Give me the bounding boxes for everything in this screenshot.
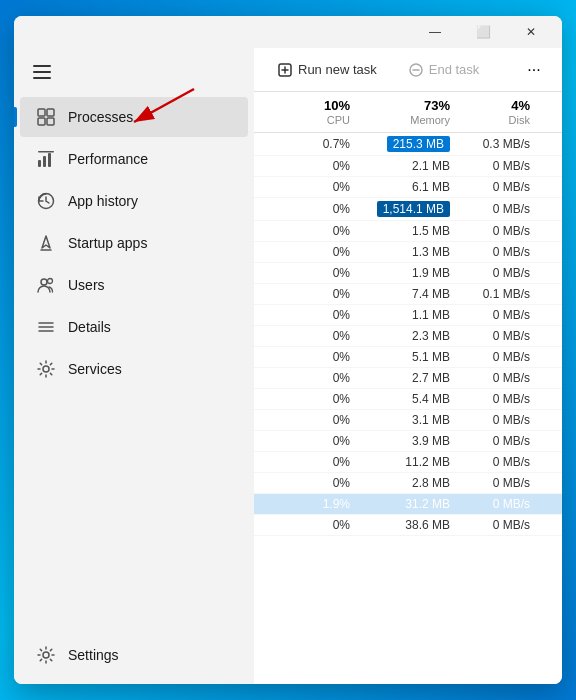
- cell-memory: 1.1 MB: [362, 308, 462, 322]
- table-row[interactable]: 0%2.1 MB0 MB/s0.1 Mbps: [254, 156, 562, 177]
- app-history-icon: [36, 191, 56, 211]
- svg-rect-2: [38, 109, 45, 116]
- cell-network: 0 Mbps: [542, 371, 562, 385]
- cell-network: 0 Mbps: [542, 434, 562, 448]
- sidebar-item-startup-apps[interactable]: Startup apps: [20, 223, 248, 263]
- sidebar-item-users[interactable]: Users: [20, 265, 248, 305]
- cell-network: 0 Mbps: [542, 308, 562, 322]
- cell-disk: 0 MB/s: [462, 266, 542, 280]
- table-row[interactable]: 0%2.7 MB0 MB/s0 Mbps: [254, 368, 562, 389]
- end-task-button[interactable]: End task: [397, 56, 492, 83]
- sidebar-item-services[interactable]: Services: [20, 349, 248, 389]
- cell-cpu: 0%: [282, 476, 362, 490]
- table-row[interactable]: 0%1.3 MB0 MB/s0 Mbps: [254, 242, 562, 263]
- cell-memory: 1,514.1 MB: [362, 201, 462, 217]
- svg-point-17: [43, 652, 49, 658]
- cell-cpu: 0%: [282, 392, 362, 406]
- col-header-network[interactable]: 0% Network: [538, 98, 562, 126]
- services-icon: [36, 359, 56, 379]
- col-header-name[interactable]: [270, 98, 278, 126]
- table-row[interactable]: 0.7%215.3 MB0.3 MB/s0.1 Mbps: [254, 133, 562, 156]
- cell-memory: 5.4 MB: [362, 392, 462, 406]
- table-row[interactable]: 0%2.3 MB0 MB/s0 Mbps: [254, 326, 562, 347]
- menu-toggle-button[interactable]: [22, 52, 62, 92]
- run-task-icon: [278, 63, 292, 77]
- cell-disk: 0.3 MB/s: [462, 137, 542, 151]
- table-row[interactable]: 1.9%31.2 MB0 MB/s0 Mbps: [254, 494, 562, 515]
- sidebar-item-performance[interactable]: Performance: [20, 139, 248, 179]
- cell-cpu: 0%: [282, 350, 362, 364]
- titlebar: — ⬜ ✕: [14, 16, 562, 48]
- table-row[interactable]: 0%5.4 MB0 MB/s0 Mbps: [254, 389, 562, 410]
- cell-cpu: 1.9%: [282, 497, 362, 511]
- settings-label: Settings: [68, 647, 119, 663]
- table-row[interactable]: 0%38.6 MB0 MB/s0 Mbps: [254, 515, 562, 536]
- table-row[interactable]: 0%1.5 MB0 MB/s0 Mbps: [254, 221, 562, 242]
- cell-network: 0 Mbps: [542, 476, 562, 490]
- cell-memory: 7.4 MB: [362, 287, 462, 301]
- table-row[interactable]: 0%1,514.1 MB0 MB/s0 Mbps: [254, 198, 562, 221]
- cell-network: 0 Mbps: [542, 350, 562, 364]
- main-content: Processes Performance: [14, 48, 562, 684]
- col-header-disk[interactable]: 4% Disk: [458, 98, 538, 126]
- cell-disk: 0 MB/s: [462, 224, 542, 238]
- cell-disk: 0 MB/s: [462, 308, 542, 322]
- sidebar-item-app-history[interactable]: App history: [20, 181, 248, 221]
- cell-disk: 0.1 MB/s: [462, 287, 542, 301]
- performance-label: Performance: [68, 151, 148, 167]
- table-row[interactable]: 0%3.1 MB0 MB/s0 Mbps: [254, 410, 562, 431]
- svg-point-16: [43, 366, 49, 372]
- cell-disk: 0 MB/s: [462, 518, 542, 532]
- cell-cpu: 0%: [282, 455, 362, 469]
- details-icon: [36, 317, 56, 337]
- toolbar: Run new task End task ···: [254, 48, 562, 92]
- hamburger-icon: [33, 65, 51, 79]
- cell-disk: 0 MB/s: [462, 413, 542, 427]
- sidebar: Processes Performance: [14, 48, 254, 684]
- sidebar-item-settings[interactable]: Settings: [20, 635, 248, 675]
- cell-cpu: 0%: [282, 202, 362, 216]
- col-header-cpu[interactable]: 10% CPU: [278, 98, 358, 126]
- cell-memory: 2.8 MB: [362, 476, 462, 490]
- table-row[interactable]: 0%1.1 MB0 MB/s0 Mbps: [254, 305, 562, 326]
- minimize-button[interactable]: —: [412, 16, 458, 48]
- close-button[interactable]: ✕: [508, 16, 554, 48]
- table-row[interactable]: 0%2.8 MB0 MB/s0 Mbps: [254, 473, 562, 494]
- col-header-memory[interactable]: 73% Memory: [358, 98, 458, 126]
- table-header: 10% CPU 73% Memory 4% Disk 0% Network: [254, 92, 562, 133]
- cell-network: 0.1 Mbps: [542, 137, 562, 151]
- cell-cpu: 0%: [282, 224, 362, 238]
- users-label: Users: [68, 277, 105, 293]
- cell-memory: 3.1 MB: [362, 413, 462, 427]
- cell-network: 0 Mbps: [542, 518, 562, 532]
- cell-network: 0 Mbps: [542, 329, 562, 343]
- svg-rect-3: [47, 109, 54, 116]
- cell-cpu: 0%: [282, 413, 362, 427]
- cell-memory: 2.1 MB: [362, 159, 462, 173]
- table-row[interactable]: 0%3.9 MB0 MB/s0 Mbps: [254, 431, 562, 452]
- maximize-button[interactable]: ⬜: [460, 16, 506, 48]
- cell-disk: 0 MB/s: [462, 350, 542, 364]
- table-row[interactable]: 0%6.1 MB0 MB/s0 Mbps: [254, 177, 562, 198]
- run-new-task-button[interactable]: Run new task: [266, 56, 389, 83]
- table-row[interactable]: 0%7.4 MB0.1 MB/s0 Mbps: [254, 284, 562, 305]
- cell-memory: 1.3 MB: [362, 245, 462, 259]
- sidebar-item-processes[interactable]: Processes: [20, 97, 248, 137]
- table-row[interactable]: 0%5.1 MB0 MB/s0 Mbps: [254, 347, 562, 368]
- table-row[interactable]: 0%11.2 MB0 MB/s0 Mbps: [254, 452, 562, 473]
- cell-network: 0 Mbps: [542, 287, 562, 301]
- cell-disk: 0 MB/s: [462, 329, 542, 343]
- cell-cpu: 0%: [282, 159, 362, 173]
- cell-memory: 1.5 MB: [362, 224, 462, 238]
- more-options-button[interactable]: ···: [518, 54, 550, 86]
- svg-rect-5: [47, 118, 54, 125]
- cell-network: 0 Mbps: [542, 224, 562, 238]
- process-table-scroll[interactable]: 0.7%215.3 MB0.3 MB/s0.1 Mbps0%2.1 MB0 MB…: [254, 133, 562, 684]
- cell-network: 0 Mbps: [542, 245, 562, 259]
- cell-disk: 0 MB/s: [462, 434, 542, 448]
- table-row[interactable]: 0%1.9 MB0 MB/s0 Mbps: [254, 263, 562, 284]
- cell-network: 0 Mbps: [542, 180, 562, 194]
- nav-menu: Processes Performance: [14, 96, 254, 635]
- sidebar-item-details[interactable]: Details: [20, 307, 248, 347]
- settings-icon: [36, 645, 56, 665]
